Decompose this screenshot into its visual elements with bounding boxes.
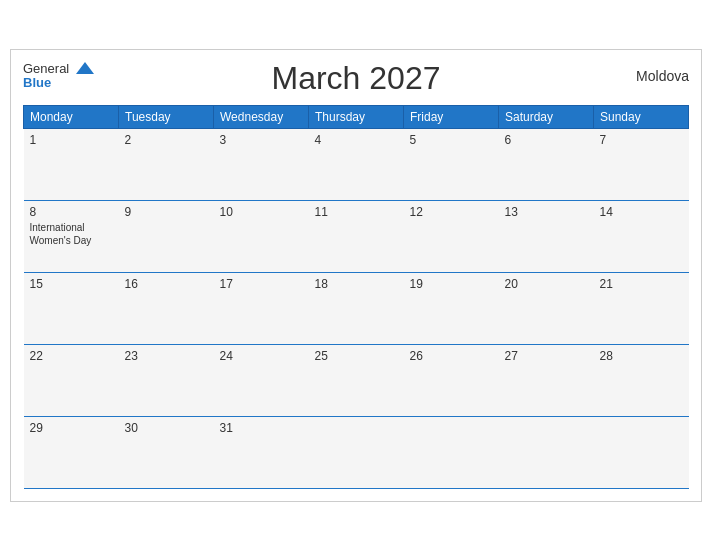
logo-general-text: General bbox=[23, 61, 69, 76]
day-number: 30 bbox=[125, 421, 208, 435]
day-number: 11 bbox=[315, 205, 398, 219]
calendar-cell: 25 bbox=[309, 344, 404, 416]
day-number: 18 bbox=[315, 277, 398, 291]
calendar-cell bbox=[594, 416, 689, 488]
day-number: 31 bbox=[220, 421, 303, 435]
calendar-cell: 22 bbox=[24, 344, 119, 416]
calendar-cell: 17 bbox=[214, 272, 309, 344]
day-number: 10 bbox=[220, 205, 303, 219]
day-number: 26 bbox=[410, 349, 493, 363]
event-label: International Women's Day bbox=[30, 221, 113, 247]
calendar-cell: 31 bbox=[214, 416, 309, 488]
calendar-cell: 6 bbox=[499, 128, 594, 200]
calendar-cell: 7 bbox=[594, 128, 689, 200]
calendar-cell: 26 bbox=[404, 344, 499, 416]
calendar-table: MondayTuesdayWednesdayThursdayFridaySatu… bbox=[23, 105, 689, 489]
weekday-header-row: MondayTuesdayWednesdayThursdayFridaySatu… bbox=[24, 105, 689, 128]
calendar-cell: 11 bbox=[309, 200, 404, 272]
weekday-header-tuesday: Tuesday bbox=[119, 105, 214, 128]
calendar-cell: 4 bbox=[309, 128, 404, 200]
calendar-cell: 29 bbox=[24, 416, 119, 488]
weekday-header-thursday: Thursday bbox=[309, 105, 404, 128]
calendar-cell: 23 bbox=[119, 344, 214, 416]
day-number: 4 bbox=[315, 133, 398, 147]
calendar-cell: 18 bbox=[309, 272, 404, 344]
week-row-1: 1234567 bbox=[24, 128, 689, 200]
calendar-container: General Blue March 2027 Moldova MondayTu… bbox=[10, 49, 702, 502]
logo: General Blue bbox=[23, 60, 94, 89]
day-number: 23 bbox=[125, 349, 208, 363]
day-number: 8 bbox=[30, 205, 113, 219]
day-number: 22 bbox=[30, 349, 113, 363]
weekday-header-wednesday: Wednesday bbox=[214, 105, 309, 128]
calendar-cell bbox=[404, 416, 499, 488]
calendar-cell: 2 bbox=[119, 128, 214, 200]
calendar-cell bbox=[499, 416, 594, 488]
day-number: 16 bbox=[125, 277, 208, 291]
calendar-cell: 19 bbox=[404, 272, 499, 344]
calendar-cell: 30 bbox=[119, 416, 214, 488]
calendar-cell: 14 bbox=[594, 200, 689, 272]
week-row-2: 8International Women's Day91011121314 bbox=[24, 200, 689, 272]
day-number: 12 bbox=[410, 205, 493, 219]
calendar-cell: 3 bbox=[214, 128, 309, 200]
calendar-cell: 16 bbox=[119, 272, 214, 344]
day-number: 13 bbox=[505, 205, 588, 219]
logo-flag-icon bbox=[76, 61, 94, 74]
day-number: 29 bbox=[30, 421, 113, 435]
day-number: 6 bbox=[505, 133, 588, 147]
weekday-header-sunday: Sunday bbox=[594, 105, 689, 128]
calendar-cell: 13 bbox=[499, 200, 594, 272]
day-number: 19 bbox=[410, 277, 493, 291]
calendar-title: March 2027 bbox=[272, 60, 441, 97]
calendar-cell: 8International Women's Day bbox=[24, 200, 119, 272]
logo-blue-text: Blue bbox=[23, 76, 94, 89]
day-number: 20 bbox=[505, 277, 588, 291]
week-row-5: 293031 bbox=[24, 416, 689, 488]
calendar-cell: 24 bbox=[214, 344, 309, 416]
weekday-header-monday: Monday bbox=[24, 105, 119, 128]
day-number: 7 bbox=[600, 133, 683, 147]
calendar-cell: 10 bbox=[214, 200, 309, 272]
calendar-cell: 5 bbox=[404, 128, 499, 200]
day-number: 14 bbox=[600, 205, 683, 219]
week-row-4: 22232425262728 bbox=[24, 344, 689, 416]
day-number: 5 bbox=[410, 133, 493, 147]
weekday-header-saturday: Saturday bbox=[499, 105, 594, 128]
calendar-cell: 12 bbox=[404, 200, 499, 272]
calendar-cell: 21 bbox=[594, 272, 689, 344]
weekday-header-friday: Friday bbox=[404, 105, 499, 128]
day-number: 24 bbox=[220, 349, 303, 363]
day-number: 15 bbox=[30, 277, 113, 291]
calendar-cell: 9 bbox=[119, 200, 214, 272]
day-number: 28 bbox=[600, 349, 683, 363]
calendar-header: General Blue March 2027 Moldova bbox=[23, 60, 689, 97]
calendar-cell: 27 bbox=[499, 344, 594, 416]
calendar-cell: 28 bbox=[594, 344, 689, 416]
day-number: 17 bbox=[220, 277, 303, 291]
day-number: 27 bbox=[505, 349, 588, 363]
day-number: 9 bbox=[125, 205, 208, 219]
day-number: 1 bbox=[30, 133, 113, 147]
day-number: 3 bbox=[220, 133, 303, 147]
day-number: 25 bbox=[315, 349, 398, 363]
svg-marker-0 bbox=[76, 62, 94, 74]
day-number: 21 bbox=[600, 277, 683, 291]
calendar-cell: 20 bbox=[499, 272, 594, 344]
country-label: Moldova bbox=[636, 68, 689, 84]
day-number: 2 bbox=[125, 133, 208, 147]
logo-line1: General bbox=[23, 60, 94, 76]
calendar-cell: 1 bbox=[24, 128, 119, 200]
calendar-cell bbox=[309, 416, 404, 488]
week-row-3: 15161718192021 bbox=[24, 272, 689, 344]
calendar-cell: 15 bbox=[24, 272, 119, 344]
